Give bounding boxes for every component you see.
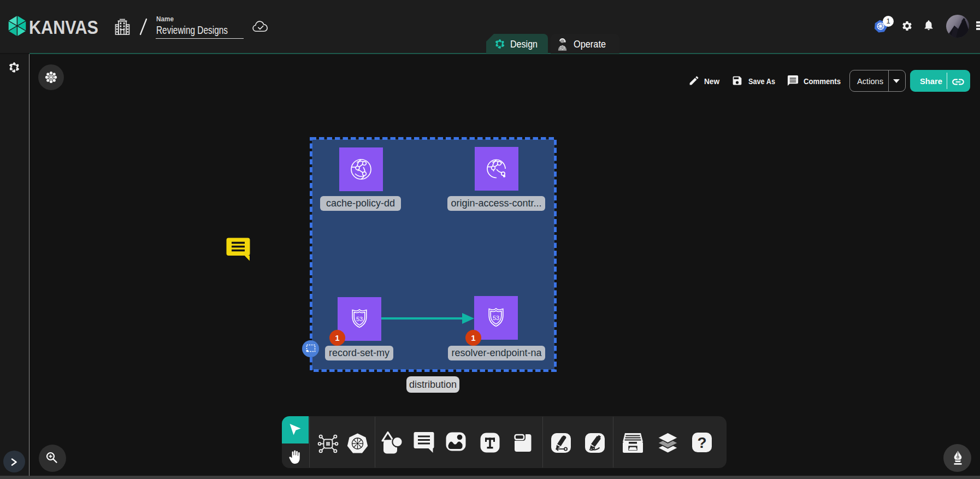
svg-text:Save As: Save As <box>748 76 775 86</box>
svg-text:Actions: Actions <box>857 76 883 86</box>
svg-text:New: New <box>704 76 720 86</box>
svg-text:Name: Name <box>156 15 174 23</box>
svg-text:Share: Share <box>920 76 942 86</box>
svg-text:Design: Design <box>510 39 538 50</box>
svg-text:Comments: Comments <box>804 76 841 86</box>
svg-text:53: 53 <box>493 315 499 321</box>
svg-text:?: ? <box>697 434 706 451</box>
svg-text:Operate: Operate <box>574 39 606 50</box>
svg-text:Reviewing Designs: Reviewing Designs <box>156 23 228 36</box>
svg-text:KANVAS: KANVAS <box>29 16 98 38</box>
svg-text:53: 53 <box>356 316 363 322</box>
